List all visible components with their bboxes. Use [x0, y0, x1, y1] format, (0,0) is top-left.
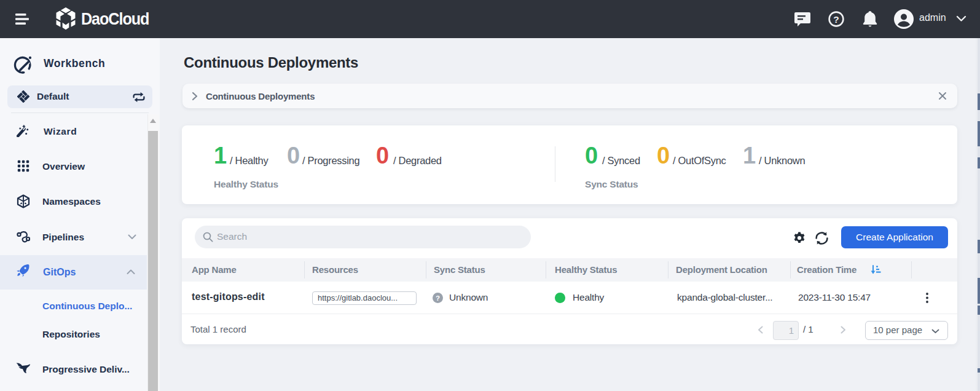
svg-text:?: ? [833, 14, 839, 25]
svg-text:?: ? [436, 294, 440, 302]
